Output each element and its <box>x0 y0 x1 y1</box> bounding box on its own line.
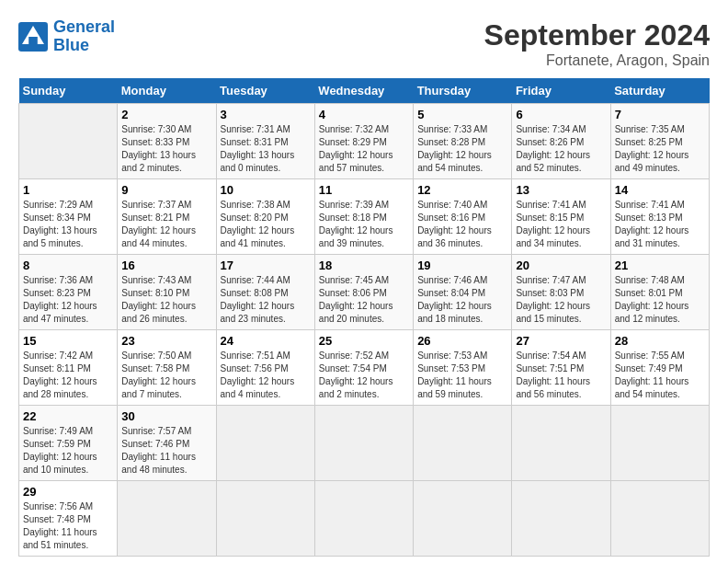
calendar-week-row: 15Sunrise: 7:42 AM Sunset: 8:11 PM Dayli… <box>19 330 710 406</box>
day-number: 19 <box>417 259 507 272</box>
column-header-wednesday: Wednesday <box>314 78 413 104</box>
title-block: September 2024 Fortanete, Aragon, Spain <box>484 18 710 69</box>
calendar-cell: 19Sunrise: 7:46 AM Sunset: 8:04 PM Dayli… <box>414 255 512 330</box>
calendar-cell: 1Sunrise: 7:29 AM Sunset: 8:34 PM Daylig… <box>19 179 118 255</box>
calendar-body: 2Sunrise: 7:30 AM Sunset: 8:33 PM Daylig… <box>19 104 710 557</box>
calendar-cell <box>118 481 216 557</box>
calendar-cell: 5Sunrise: 7:33 AM Sunset: 8:28 PM Daylig… <box>414 104 512 179</box>
calendar-week-row: 8Sunrise: 7:36 AM Sunset: 8:23 PM Daylig… <box>19 255 710 330</box>
column-header-friday: Friday <box>512 78 610 104</box>
calendar-cell <box>314 481 413 557</box>
calendar-cell: 6Sunrise: 7:34 AM Sunset: 8:26 PM Daylig… <box>512 104 610 179</box>
calendar-header-row: SundayMondayTuesdayWednesdayThursdayFrid… <box>19 78 710 104</box>
calendar-cell: 23Sunrise: 7:50 AM Sunset: 7:58 PM Dayli… <box>118 330 216 406</box>
day-number: 1 <box>23 183 113 197</box>
day-number: 8 <box>23 259 113 272</box>
calendar-week-row: 22Sunrise: 7:49 AM Sunset: 7:59 PM Dayli… <box>19 406 710 481</box>
month-title: September 2024 <box>484 18 710 52</box>
day-detail: Sunrise: 7:41 AM Sunset: 8:15 PM Dayligh… <box>516 199 606 250</box>
calendar-cell: 7Sunrise: 7:35 AM Sunset: 8:25 PM Daylig… <box>610 104 709 179</box>
calendar-week-row: 2Sunrise: 7:30 AM Sunset: 8:33 PM Daylig… <box>19 104 710 179</box>
day-number: 28 <box>615 334 705 348</box>
location-title: Fortanete, Aragon, Spain <box>484 52 710 69</box>
calendar-cell <box>512 481 610 557</box>
day-detail: Sunrise: 7:51 AM Sunset: 7:56 PM Dayligh… <box>221 350 311 401</box>
column-header-monday: Monday <box>118 78 216 104</box>
day-number: 6 <box>516 108 606 121</box>
day-detail: Sunrise: 7:41 AM Sunset: 8:13 PM Dayligh… <box>615 199 705 250</box>
calendar-cell: 11Sunrise: 7:39 AM Sunset: 8:18 PM Dayli… <box>314 179 413 255</box>
calendar-cell <box>610 481 709 557</box>
day-number: 4 <box>319 108 409 121</box>
calendar-cell: 2Sunrise: 7:30 AM Sunset: 8:33 PM Daylig… <box>118 104 216 179</box>
calendar-cell: 3Sunrise: 7:31 AM Sunset: 8:31 PM Daylig… <box>216 104 314 179</box>
calendar-cell: 4Sunrise: 7:32 AM Sunset: 8:29 PM Daylig… <box>314 104 413 179</box>
day-detail: Sunrise: 7:43 AM Sunset: 8:10 PM Dayligh… <box>121 274 211 326</box>
day-detail: Sunrise: 7:47 AM Sunset: 8:03 PM Dayligh… <box>516 274 606 326</box>
calendar-cell: 20Sunrise: 7:47 AM Sunset: 8:03 PM Dayli… <box>512 255 610 330</box>
calendar-cell <box>216 406 314 481</box>
day-detail: Sunrise: 7:52 AM Sunset: 7:54 PM Dayligh… <box>319 350 409 401</box>
column-header-tuesday: Tuesday <box>216 78 314 104</box>
day-detail: Sunrise: 7:39 AM Sunset: 8:18 PM Dayligh… <box>319 199 409 250</box>
calendar-cell: 10Sunrise: 7:38 AM Sunset: 8:20 PM Dayli… <box>216 179 314 255</box>
day-detail: Sunrise: 7:30 AM Sunset: 8:33 PM Dayligh… <box>121 123 211 175</box>
calendar-week-row: 29Sunrise: 7:56 AM Sunset: 7:48 PM Dayli… <box>19 481 710 557</box>
day-number: 7 <box>615 108 705 121</box>
day-detail: Sunrise: 7:38 AM Sunset: 8:20 PM Dayligh… <box>221 199 311 250</box>
day-detail: Sunrise: 7:44 AM Sunset: 8:08 PM Dayligh… <box>221 274 311 326</box>
day-detail: Sunrise: 7:34 AM Sunset: 8:26 PM Dayligh… <box>516 123 606 175</box>
day-number: 29 <box>23 485 113 499</box>
day-detail: Sunrise: 7:49 AM Sunset: 7:59 PM Dayligh… <box>23 425 113 477</box>
day-detail: Sunrise: 7:32 AM Sunset: 8:29 PM Dayligh… <box>319 123 409 175</box>
day-detail: Sunrise: 7:33 AM Sunset: 8:28 PM Dayligh… <box>417 123 507 175</box>
day-number: 11 <box>319 183 409 197</box>
day-number: 3 <box>221 108 311 121</box>
day-detail: Sunrise: 7:48 AM Sunset: 8:01 PM Dayligh… <box>615 274 705 326</box>
calendar-cell: 22Sunrise: 7:49 AM Sunset: 7:59 PM Dayli… <box>19 406 118 481</box>
day-number: 21 <box>615 259 705 272</box>
calendar-table: SundayMondayTuesdayWednesdayThursdayFrid… <box>18 78 710 557</box>
calendar-cell: 24Sunrise: 7:51 AM Sunset: 7:56 PM Dayli… <box>216 330 314 406</box>
calendar-cell: 17Sunrise: 7:44 AM Sunset: 8:08 PM Dayli… <box>216 255 314 330</box>
day-detail: Sunrise: 7:29 AM Sunset: 8:34 PM Dayligh… <box>23 199 113 250</box>
day-number: 27 <box>516 334 606 348</box>
day-number: 26 <box>417 334 507 348</box>
day-detail: Sunrise: 7:56 AM Sunset: 7:48 PM Dayligh… <box>23 500 113 552</box>
day-number: 15 <box>23 334 113 348</box>
day-number: 18 <box>319 259 409 272</box>
day-detail: Sunrise: 7:46 AM Sunset: 8:04 PM Dayligh… <box>417 274 507 326</box>
calendar-cell: 21Sunrise: 7:48 AM Sunset: 8:01 PM Dayli… <box>610 255 709 330</box>
calendar-cell <box>314 406 413 481</box>
calendar-cell: 15Sunrise: 7:42 AM Sunset: 8:11 PM Dayli… <box>19 330 118 406</box>
day-detail: Sunrise: 7:37 AM Sunset: 8:21 PM Dayligh… <box>121 199 211 250</box>
calendar-cell: 8Sunrise: 7:36 AM Sunset: 8:23 PM Daylig… <box>19 255 118 330</box>
calendar-cell <box>216 481 314 557</box>
day-detail: Sunrise: 7:40 AM Sunset: 8:16 PM Dayligh… <box>417 199 507 250</box>
day-detail: Sunrise: 7:35 AM Sunset: 8:25 PM Dayligh… <box>615 123 705 175</box>
day-detail: Sunrise: 7:54 AM Sunset: 7:51 PM Dayligh… <box>516 350 606 401</box>
logo-icon <box>18 22 48 52</box>
calendar-cell: 9Sunrise: 7:37 AM Sunset: 8:21 PM Daylig… <box>118 179 216 255</box>
calendar-cell: 28Sunrise: 7:55 AM Sunset: 7:49 PM Dayli… <box>610 330 709 406</box>
day-detail: Sunrise: 7:57 AM Sunset: 7:46 PM Dayligh… <box>121 425 211 477</box>
day-number: 10 <box>221 183 311 197</box>
day-number: 16 <box>121 259 211 272</box>
day-number: 9 <box>121 183 211 197</box>
day-detail: Sunrise: 7:50 AM Sunset: 7:58 PM Dayligh… <box>121 350 211 401</box>
day-detail: Sunrise: 7:42 AM Sunset: 8:11 PM Dayligh… <box>23 350 113 401</box>
day-number: 5 <box>417 108 507 121</box>
day-number: 12 <box>417 183 507 197</box>
calendar-cell: 27Sunrise: 7:54 AM Sunset: 7:51 PM Dayli… <box>512 330 610 406</box>
day-number: 25 <box>319 334 409 348</box>
day-detail: Sunrise: 7:45 AM Sunset: 8:06 PM Dayligh… <box>319 274 409 326</box>
column-header-saturday: Saturday <box>610 78 709 104</box>
calendar-cell: 13Sunrise: 7:41 AM Sunset: 8:15 PM Dayli… <box>512 179 610 255</box>
calendar-cell <box>512 406 610 481</box>
day-number: 13 <box>516 183 606 197</box>
day-number: 23 <box>121 334 211 348</box>
logo-line2: Blue <box>53 36 89 54</box>
calendar-cell: 26Sunrise: 7:53 AM Sunset: 7:53 PM Dayli… <box>414 330 512 406</box>
page-header: General Blue September 2024 Fortanete, A… <box>18 18 710 69</box>
day-number: 24 <box>221 334 311 348</box>
